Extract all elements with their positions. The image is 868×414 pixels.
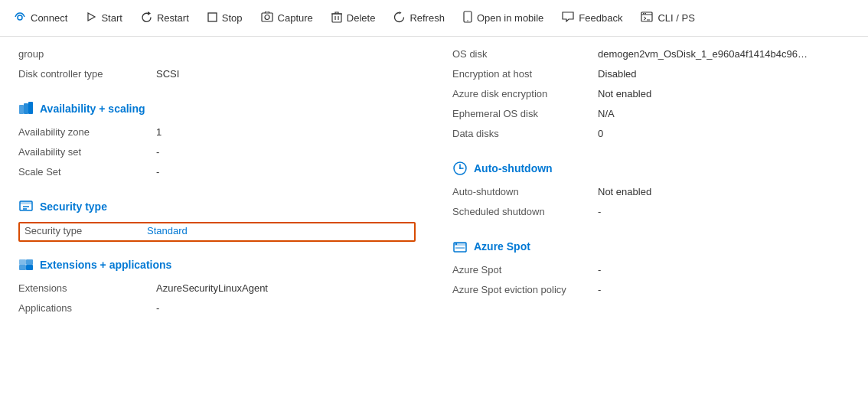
azure-disk-encryption-value: Not enabled: [598, 88, 651, 99]
extensions-value: AzureSecurityLinuxAgent: [156, 282, 268, 294]
refresh-icon: [393, 11, 405, 25]
svg-rect-4: [262, 13, 272, 21]
feedback-icon: [562, 11, 574, 24]
scale-set-value: -: [156, 166, 159, 178]
scheduled-shutdown-label: Scheduled shutdown: [452, 206, 598, 217]
svg-rect-3: [208, 13, 217, 21]
left-column: group Disk controller type SCSI Availabi…: [0, 37, 434, 414]
auto-shutdown-title: Auto-shutdown: [474, 162, 553, 174]
stop-button[interactable]: Stop: [200, 7, 250, 29]
azure-disk-encryption-label: Azure disk encryption: [452, 88, 598, 99]
stop-label: Stop: [222, 12, 243, 24]
azure-spot-label: Azure Spot: [452, 264, 598, 275]
availability-icon: [18, 101, 34, 116]
auto-shutdown-icon: [452, 161, 468, 176]
connect-icon: [14, 11, 26, 25]
scale-set-row: Scale Set -: [18, 164, 416, 184]
availability-set-label: Availability set: [18, 146, 156, 158]
security-type-label: Security type: [24, 225, 147, 236]
security-type-value[interactable]: Standard: [147, 225, 188, 236]
refresh-button[interactable]: Refresh: [386, 7, 452, 30]
open-mobile-label: Open in mobile: [477, 12, 543, 24]
cli-ps-label: CLI / PS: [658, 12, 694, 24]
group-partial-row: group: [18, 46, 416, 66]
start-button[interactable]: Start: [78, 7, 129, 29]
encryption-at-host-row: Encryption at host Disabled: [452, 66, 850, 86]
security-type-row: Security type Standard: [18, 222, 416, 242]
os-disk-partial-label: OS disk: [452, 48, 598, 63]
connect-label: Connect: [31, 12, 67, 24]
feedback-label: Feedback: [579, 12, 622, 24]
applications-value: -: [156, 302, 159, 314]
auto-shutdown-section: Auto-shutdown Auto-shutdown Not enabled …: [452, 161, 850, 223]
svg-point-9: [467, 20, 468, 21]
capture-button[interactable]: Capture: [253, 7, 321, 29]
open-mobile-button[interactable]: Open in mobile: [455, 6, 551, 30]
start-icon: [86, 11, 96, 24]
svg-marker-1: [88, 13, 95, 21]
extensions-header: Extensions + applications: [18, 257, 416, 272]
disk-controller-row: Disk controller type SCSI: [18, 66, 416, 86]
disk-controller-label: Disk controller type: [18, 68, 156, 80]
main-content: group Disk controller type SCSI Availabi…: [0, 37, 868, 414]
svg-rect-11: [643, 13, 644, 15]
azure-spot-value: -: [598, 264, 601, 275]
connect-button[interactable]: Connect: [6, 6, 75, 30]
svg-rect-21: [26, 259, 33, 265]
start-label: Start: [101, 12, 122, 24]
security-icon: [18, 199, 34, 214]
azure-spot-section: Azure Spot Azure Spot - Azure Spot evict…: [452, 239, 850, 302]
extensions-icon: [18, 257, 34, 272]
azure-spot-eviction-row: Azure Spot eviction policy -: [452, 282, 850, 302]
auto-shutdown-value: Not enabled: [598, 186, 651, 197]
cli-ps-button[interactable]: CLI / PS: [633, 7, 702, 29]
availability-header: Availability + scaling: [18, 101, 416, 116]
restart-label: Restart: [157, 12, 189, 24]
azure-spot-eviction-label: Azure Spot eviction policy: [452, 284, 598, 295]
security-header: Security type: [18, 199, 416, 214]
extensions-row: Extensions AzureSecurityLinuxAgent: [18, 280, 416, 300]
scale-set-label: Scale Set: [18, 166, 156, 178]
auto-shutdown-header: Auto-shutdown: [452, 161, 850, 176]
svg-point-28: [455, 243, 457, 245]
restart-button[interactable]: Restart: [133, 7, 197, 30]
availability-zone-row: Availability zone 1: [18, 124, 416, 144]
feedback-button[interactable]: Feedback: [554, 7, 630, 29]
azure-spot-eviction-value: -: [598, 284, 601, 295]
extensions-title: Extensions + applications: [40, 259, 171, 271]
os-disk-partial-section: OS disk demogen2vm_OsDisk_1_e960a4f1414b…: [452, 46, 850, 145]
availability-set-value: -: [156, 146, 159, 158]
capture-icon: [261, 11, 273, 24]
svg-rect-22: [19, 265, 26, 270]
disk-controller-value: SCSI: [156, 68, 179, 80]
refresh-label: Refresh: [410, 12, 445, 24]
svg-marker-7: [400, 11, 402, 15]
restart-icon: [141, 11, 152, 25]
group-partial-label: group: [18, 48, 156, 60]
delete-button[interactable]: Delete: [324, 7, 383, 30]
svg-rect-14: [24, 103, 28, 114]
scheduled-shutdown-row: Scheduled shutdown -: [452, 204, 850, 223]
delete-icon: [331, 11, 342, 25]
svg-rect-13: [19, 105, 24, 114]
os-disk-name-value: demogen2vm_OsDisk_1_e960a4f1414b4c968103…: [598, 48, 812, 60]
scheduled-shutdown-value: -: [598, 206, 601, 217]
security-title: Security type: [40, 200, 107, 213]
svg-rect-15: [28, 102, 33, 114]
azure-disk-encryption-row: Azure disk encryption Not enabled: [452, 86, 850, 106]
ephemeral-os-disk-label: Ephemeral OS disk: [452, 108, 598, 119]
capture-label: Capture: [278, 12, 313, 24]
ephemeral-os-disk-value: N/A: [598, 108, 615, 119]
svg-point-0: [18, 15, 22, 20]
applications-row: Applications -: [18, 300, 416, 320]
azure-spot-icon: [452, 239, 468, 254]
svg-marker-2: [148, 11, 151, 15]
availability-title: Availability + scaling: [40, 103, 145, 115]
applications-label: Applications: [18, 302, 156, 314]
data-disks-row: Data disks 0: [452, 126, 850, 145]
svg-rect-12: [645, 13, 647, 15]
svg-rect-6: [332, 14, 341, 22]
availability-zone-value: 1: [156, 126, 162, 138]
svg-point-5: [265, 15, 269, 20]
encryption-at-host-value: Disabled: [598, 68, 637, 80]
